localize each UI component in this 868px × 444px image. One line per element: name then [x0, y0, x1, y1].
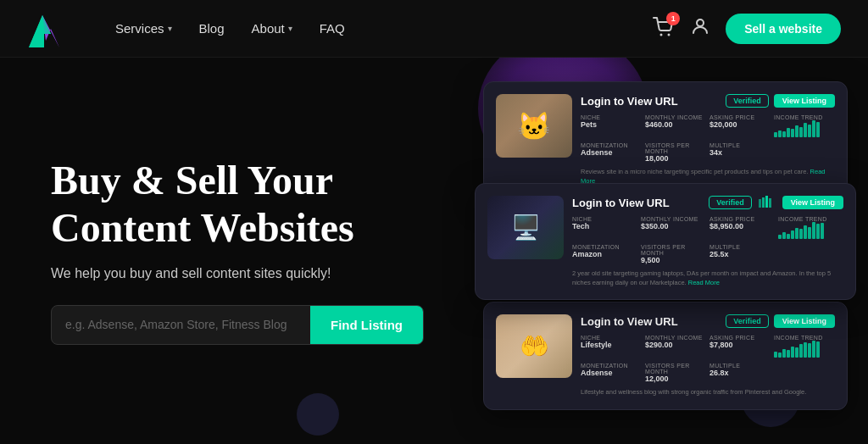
nav-blog[interactable]: Blog [189, 16, 235, 41]
card-actions-3: Verified View Listing [726, 314, 835, 328]
svg-rect-9 [769, 198, 771, 208]
svg-rect-8 [765, 196, 768, 208]
view-listing-button-2[interactable]: View Listing [782, 196, 843, 209]
user-button[interactable] [690, 16, 710, 42]
cart-badge: 1 [666, 12, 680, 25]
card-actions-2: Verified View Listing [709, 196, 843, 209]
svg-rect-6 [759, 199, 761, 208]
card-stats-3: NicheLifestyle Monthly Income$290.00 Ask… [581, 335, 835, 358]
listing-card-3: 🤲 Login to View URL Verified View Listin… [483, 302, 848, 410]
hero-subtitle: We help you buy and sell content sites q… [51, 266, 441, 281]
chevron-down-icon: ▾ [288, 24, 292, 33]
card-title-3: Login to View URL [581, 315, 678, 328]
card-stats-2: NicheTech Monthly Income$350.00 Asking P… [572, 216, 843, 239]
svg-point-4 [668, 33, 670, 36]
view-listing-button-1[interactable]: View Listing [774, 94, 835, 108]
chevron-down-icon: ▾ [168, 24, 172, 33]
card-title-2: Login to View URL [572, 197, 670, 209]
nav-about[interactable]: About ▾ [242, 16, 303, 41]
card-actions-1: Verified View Listing [726, 94, 835, 108]
trend-chart-2 [778, 222, 843, 239]
nav-actions: 1 Sell a website [653, 14, 841, 44]
verified-button-1[interactable]: Verified [726, 94, 769, 108]
card-image-2: 🖥️ [487, 196, 564, 259]
hero-section: Buy & Sell Your Content Websites We help… [0, 58, 868, 444]
listing-cards: 🐱 Login to View URL Verified View Listin… [458, 73, 817, 429]
search-input[interactable] [52, 306, 310, 343]
hero-title: Buy & Sell Your Content Websites [51, 157, 441, 250]
card-image-3: 🤲 [496, 314, 572, 378]
nav-links: Services ▾ Blog About ▾ FAQ [105, 16, 653, 41]
card-content-3: Login to View URL Verified View Listing … [581, 314, 835, 397]
card-image-1: 🐱 [496, 94, 572, 158]
bar-chart-icon [759, 196, 776, 208]
card-content-1: Login to View URL Verified View Listing … [581, 94, 835, 186]
view-listing-button-3[interactable]: View Listing [774, 314, 835, 328]
card-stats-1: NichePets Monthly Income$460.00 Asking P… [581, 114, 835, 137]
search-form: Find Listing [51, 305, 424, 345]
nav-services[interactable]: Services ▾ [105, 16, 182, 41]
svg-rect-7 [762, 197, 765, 208]
cart-button[interactable]: 1 [653, 17, 675, 41]
svg-marker-2 [29, 15, 51, 47]
card-title-1: Login to View URL [581, 95, 678, 108]
nav-faq[interactable]: FAQ [309, 16, 355, 41]
listing-card-2: 🖥️ Login to View URL Verified [475, 183, 856, 300]
verified-button-2[interactable]: Verified [709, 196, 752, 209]
verified-button-3[interactable]: Verified [726, 314, 769, 328]
card-content-2: Login to View URL Verified View Listing [572, 196, 843, 287]
sell-website-button[interactable]: Sell a website [726, 14, 841, 44]
listing-card-1: 🐱 Login to View URL Verified View Listin… [483, 81, 848, 198]
user-icon [690, 16, 710, 36]
logo[interactable] [27, 8, 71, 49]
trend-chart-1 [774, 120, 835, 137]
svg-point-5 [697, 19, 704, 26]
card-desc-3: Lifestyle and wellness blog with strong … [581, 388, 835, 397]
navbar: Services ▾ Blog About ▾ FAQ 1 [0, 0, 868, 58]
svg-point-3 [660, 33, 663, 36]
card-desc-2: 2 year old site targeting gaming laptops… [572, 269, 843, 287]
hero-content: Buy & Sell Your Content Websites We help… [51, 157, 441, 344]
trend-chart-3 [774, 341, 835, 358]
background-blob-dark2 [297, 393, 339, 436]
find-listing-button[interactable]: Find Listing [310, 306, 423, 344]
